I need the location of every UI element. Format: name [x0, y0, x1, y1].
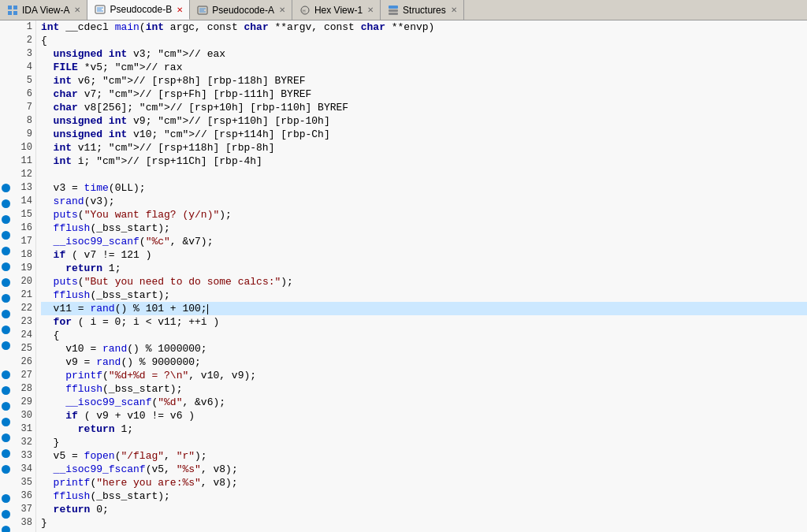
tab-close-pseudocode-a[interactable]: ✕ — [279, 6, 285, 14]
breakpoint-dot — [0, 418, 11, 431]
text-cursor — [207, 304, 208, 314]
tab-close-hex-view-1[interactable]: ✕ — [367, 6, 374, 14]
code-line-25[interactable]: v10 = rand() % 1000000; — [41, 342, 807, 355]
tab-ida-view-a[interactable]: IDA View-A✕ — [0, 0, 87, 20]
code-line-23[interactable]: for ( i = 0; i < v11; ++i ) — [41, 315, 807, 329]
code-line-33[interactable]: v5 = fopen("/flag", "r"); — [41, 449, 807, 463]
code-line-9[interactable]: unsigned int v10; "cm">// [rsp+114h] [rb… — [41, 128, 807, 141]
code-line-29[interactable]: __isoc99_scanf("%d", &v6); — [41, 396, 807, 409]
line-number: 33 — [14, 449, 32, 463]
breakpoint-col — [0, 20, 11, 532]
code-line-11[interactable]: int i; "cm">// [rsp+11Ch] [rbp-4h] — [41, 154, 807, 168]
code-line-21[interactable]: fflush(_bss_start); — [41, 288, 807, 302]
line-number: 15 — [14, 208, 32, 221]
line-number: 20 — [14, 275, 32, 288]
code-area: 1234567891011121314151617181920212223242… — [0, 20, 807, 532]
tab-close-ida-view-a[interactable]: ✕ — [74, 6, 80, 14]
code-line-2[interactable]: { — [41, 34, 807, 47]
breakpoint-empty — [0, 154, 11, 168]
code-line-7[interactable]: char v8[256]; "cm">// [rsp+10h] [rbp-110… — [41, 101, 807, 114]
code-line-30[interactable]: if ( v9 + v10 != v6 ) — [41, 409, 807, 422]
code-line-18[interactable]: if ( v7 != 121 ) — [41, 248, 807, 262]
line-number: 8 — [14, 114, 32, 128]
line-number: 19 — [14, 262, 32, 275]
code-line-35[interactable]: printf("here you are:%s", v8); — [41, 476, 807, 489]
tab-icon-grid — [6, 4, 19, 17]
code-line-36[interactable]: fflush(_bss_start); — [41, 489, 807, 503]
line-number: 32 — [14, 436, 32, 449]
code-line-38[interactable]: } — [41, 516, 807, 530]
code-line-14[interactable]: srand(v3); — [41, 195, 807, 208]
breakpoint-empty — [0, 114, 11, 128]
tab-label-pseudocode-a: Pseudocode-A — [212, 5, 274, 16]
line-number: 24 — [14, 329, 32, 342]
code-line-12[interactable] — [41, 168, 807, 181]
line-number: 16 — [14, 221, 32, 235]
line-number: 14 — [14, 195, 32, 208]
line-number: 38 — [14, 516, 32, 530]
code-lines[interactable]: int __cdecl main(int argc, const char **… — [36, 20, 807, 532]
line-number: 1 — [14, 20, 32, 34]
svg-rect-15 — [389, 9, 398, 12]
line-number: 10 — [14, 141, 32, 154]
breakpoint-dot — [0, 526, 11, 532]
code-line-28[interactable]: fflush(_bss_start); — [41, 382, 807, 396]
code-line-32[interactable]: } — [41, 436, 807, 449]
code-line-6[interactable]: char v7; "cm">// [rsp+Fh] [rbp-111h] BYR… — [41, 87, 807, 101]
line-number: 21 — [14, 288, 32, 302]
code-line-19[interactable]: return 1; — [41, 262, 807, 275]
tab-structures[interactable]: Structures✕ — [381, 0, 464, 20]
code-line-17[interactable]: __isoc99_scanf("%c", &v7); — [41, 235, 807, 248]
line-number: 17 — [14, 235, 32, 248]
line-number: 12 — [14, 168, 32, 181]
breakpoint-dot — [0, 294, 11, 307]
tab-pseudocode-a[interactable]: Pseudocode-A✕ — [190, 0, 292, 20]
breakpoint-empty — [0, 101, 11, 114]
tab-icon-code — [94, 3, 106, 16]
code-line-13[interactable]: v3 = time(0LL); — [41, 181, 807, 195]
tab-close-pseudocode-b[interactable]: ✕ — [177, 6, 183, 14]
line-number: 6 — [14, 87, 32, 101]
code-line-8[interactable]: unsigned int v9; "cm">// [rsp+110h] [rbp… — [41, 114, 807, 128]
code-line-3[interactable]: unsigned int v3; "cm">// eax — [41, 47, 807, 61]
line-number: 30 — [14, 409, 32, 422]
code-line-34[interactable]: __isoc99_fscanf(v5, "%s", v8); — [41, 463, 807, 476]
line-number: 34 — [14, 463, 32, 476]
code-line-26[interactable]: v9 = rand() % 9000000; — [41, 355, 807, 369]
line-number: 22 — [14, 302, 32, 315]
line-numbers: 1234567891011121314151617181920212223242… — [11, 20, 36, 532]
line-number: 27 — [14, 369, 32, 382]
code-line-31[interactable]: return 1; — [41, 422, 807, 436]
code-line-22[interactable]: v11 = rand() % 101 + 100; — [41, 302, 807, 315]
breakpoint-dot — [0, 184, 11, 197]
line-number: 25 — [14, 342, 32, 355]
code-line-27[interactable]: printf("%d+%d = ?\n", v10, v9); — [41, 369, 807, 382]
tab-hex-view-1[interactable]: HHex View-1✕ — [292, 0, 381, 20]
svg-rect-0 — [8, 6, 12, 9]
line-number: 5 — [14, 74, 32, 87]
code-line-37[interactable]: return 0; — [41, 503, 807, 516]
line-number: 35 — [14, 476, 32, 489]
code-line-1[interactable]: int __cdecl main(int argc, const char **… — [41, 20, 807, 34]
line-number: 23 — [14, 315, 32, 329]
code-line-4[interactable]: FILE *v5; "cm">// rax — [41, 61, 807, 74]
breakpoint-empty — [0, 141, 11, 154]
breakpoint-dot — [0, 247, 11, 260]
tab-close-structures[interactable]: ✕ — [451, 6, 457, 14]
breakpoint-empty — [0, 128, 11, 141]
svg-rect-3 — [13, 11, 17, 15]
line-number: 7 — [14, 101, 32, 114]
code-line-16[interactable]: fflush(_bss_start); — [41, 221, 807, 235]
code-line-15[interactable]: puts("You want flag? (y/n)"); — [41, 208, 807, 221]
code-line-20[interactable]: puts("But you need to do some calcs:"); — [41, 275, 807, 288]
line-number: 9 — [14, 128, 32, 141]
code-line-24[interactable]: { — [41, 329, 807, 342]
tab-pseudocode-b[interactable]: Pseudocode-B✕ — [87, 0, 190, 20]
tab-icon-code — [196, 4, 209, 17]
line-number: 37 — [14, 503, 32, 516]
code-line-5[interactable]: int v6; "cm">// [rsp+8h] [rbp-118h] BYRE… — [41, 74, 807, 87]
breakpoint-empty — [0, 20, 11, 34]
code-line-10[interactable]: int v11; "cm">// [rsp+118h] [rbp-8h] — [41, 141, 807, 154]
tab-bar: IDA View-A✕Pseudocode-B✕Pseudocode-A✕HHe… — [0, 0, 807, 20]
breakpoint-empty — [0, 87, 11, 101]
